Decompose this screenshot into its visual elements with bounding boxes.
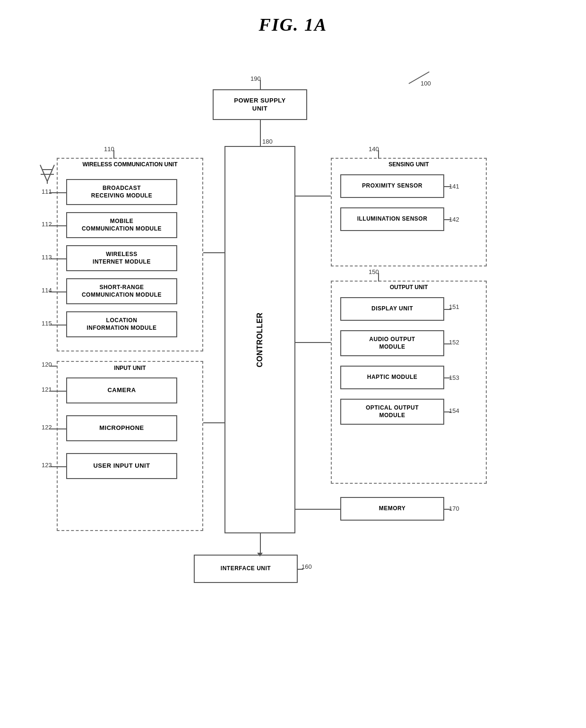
memory-box: MEMORY bbox=[340, 497, 444, 521]
line-170 bbox=[444, 509, 451, 510]
sensing-unit-label: SENSING UNIT bbox=[340, 161, 477, 168]
ref-154: 154 bbox=[449, 407, 459, 414]
line-controller-output bbox=[295, 342, 331, 343]
ref-100: 100 bbox=[421, 80, 431, 87]
proximity-label: PROXIMITY SENSOR bbox=[362, 182, 422, 190]
memory-label: MEMORY bbox=[379, 505, 406, 513]
interface-label: INTERFACE UNIT bbox=[221, 565, 271, 573]
line-controller-interface bbox=[260, 533, 261, 555]
display-box: DISPLAY UNIT bbox=[340, 297, 444, 321]
line-110 bbox=[113, 150, 114, 159]
line-122 bbox=[49, 428, 66, 429]
input-unit-label: INPUT UNIT bbox=[66, 365, 194, 371]
ref-111: 111 bbox=[42, 188, 52, 195]
line-140 bbox=[378, 150, 379, 159]
ref-120: 120 bbox=[42, 361, 52, 368]
camera-box: CAMERA bbox=[66, 377, 177, 403]
line-141 bbox=[444, 186, 451, 187]
broadcast-label: BROADCAST RECEIVING MODULE bbox=[91, 185, 152, 199]
figure-title: FIG. 1A bbox=[9, 14, 577, 35]
optical-output-label: OPTICAL OUTPUT MODULE bbox=[366, 404, 419, 419]
line-190-psu bbox=[260, 80, 261, 89]
ref-115: 115 bbox=[42, 320, 52, 327]
ref-113: 113 bbox=[42, 254, 52, 261]
power-supply-box: POWER SUPPLY UNIT bbox=[213, 89, 307, 120]
controller-box: CONTROLLER bbox=[224, 146, 295, 533]
ref-152: 152 bbox=[449, 339, 459, 346]
wireless-internet-label: WIRELESS INTERNET MODULE bbox=[93, 251, 151, 266]
interface-box: INTERFACE UNIT bbox=[194, 555, 298, 583]
line-142 bbox=[444, 219, 451, 220]
svg-line-0 bbox=[40, 165, 47, 181]
audio-output-label: AUDIO OUTPUT MODULE bbox=[369, 336, 415, 351]
line-152 bbox=[444, 343, 451, 344]
short-range-box: SHORT-RANGE COMMUNICATION MODULE bbox=[66, 278, 177, 304]
mobile-comm-box: MOBILE COMMUNICATION MODULE bbox=[66, 212, 177, 238]
user-input-box: USER INPUT UNIT bbox=[66, 453, 177, 479]
line-154 bbox=[444, 411, 451, 412]
ref-122: 122 bbox=[42, 424, 52, 431]
proximity-box: PROXIMITY SENSOR bbox=[340, 174, 444, 198]
line-psu-180 bbox=[260, 120, 261, 146]
diagram-area: 100 POWER SUPPLY UNIT 190 180 CONTROLLER bbox=[9, 40, 577, 728]
camera-label: CAMERA bbox=[107, 386, 136, 394]
location-box: LOCATION INFORMATION MODULE bbox=[66, 311, 177, 337]
line-115 bbox=[49, 325, 66, 325]
line-input-controller bbox=[203, 422, 224, 423]
output-unit-label: OUTPUT UNIT bbox=[340, 284, 477, 291]
svg-line-1 bbox=[47, 165, 54, 181]
line-wireless-controller bbox=[203, 252, 224, 253]
line-121 bbox=[49, 391, 66, 392]
line-120 bbox=[49, 366, 57, 367]
illumination-box: ILLUMINATION SENSOR bbox=[340, 207, 444, 231]
arrow-to-interface bbox=[257, 553, 263, 557]
line-123 bbox=[49, 466, 66, 467]
ref-123: 123 bbox=[42, 462, 52, 469]
ref-180: 180 bbox=[262, 138, 273, 145]
wireless-internet-box: WIRELESS INTERNET MODULE bbox=[66, 245, 177, 271]
ref-150: 150 bbox=[369, 268, 379, 275]
line-153 bbox=[444, 377, 451, 378]
power-supply-label: POWER SUPPLY UNIT bbox=[234, 97, 286, 113]
ref-121: 121 bbox=[42, 386, 52, 393]
audio-output-box: AUDIO OUTPUT MODULE bbox=[340, 330, 444, 356]
line-113 bbox=[49, 258, 66, 259]
line-114 bbox=[49, 291, 66, 292]
user-input-label: USER INPUT UNIT bbox=[93, 462, 150, 470]
line-111 bbox=[49, 192, 66, 193]
illumination-label: ILLUMINATION SENSOR bbox=[357, 215, 428, 223]
page: FIG. 1A 100 POWER SUPPLY UNIT 190 180 CO… bbox=[0, 0, 586, 728]
line-controller-sensing bbox=[295, 196, 331, 197]
line-controller-memory bbox=[295, 509, 340, 510]
wireless-comm-label: WIRELESS COMMUNICATION UNIT bbox=[66, 161, 194, 168]
line-160 bbox=[298, 569, 303, 570]
antenna-icon bbox=[38, 160, 57, 186]
ref-114: 114 bbox=[42, 287, 52, 294]
line-112 bbox=[49, 225, 66, 226]
ref-190: 190 bbox=[250, 75, 261, 82]
line-150 bbox=[378, 273, 379, 282]
ref-140: 140 bbox=[369, 146, 379, 153]
microphone-box: MICROPHONE bbox=[66, 415, 177, 441]
display-label: DISPLAY UNIT bbox=[371, 305, 413, 313]
location-label: LOCATION INFORMATION MODULE bbox=[86, 317, 156, 332]
haptic-box: HAPTIC MODULE bbox=[340, 366, 444, 389]
line-151 bbox=[444, 309, 451, 310]
microphone-label: MICROPHONE bbox=[99, 424, 144, 432]
ref-110: 110 bbox=[104, 146, 114, 153]
optical-output-box: OPTICAL OUTPUT MODULE bbox=[340, 399, 444, 425]
broadcast-box: BROADCAST RECEIVING MODULE bbox=[66, 179, 177, 205]
mobile-comm-label: MOBILE COMMUNICATION MODULE bbox=[82, 218, 162, 232]
short-range-label: SHORT-RANGE COMMUNICATION MODULE bbox=[82, 284, 162, 299]
haptic-label: HAPTIC MODULE bbox=[367, 374, 418, 381]
ref-112: 112 bbox=[42, 221, 52, 228]
controller-label: CONTROLLER bbox=[255, 312, 265, 367]
